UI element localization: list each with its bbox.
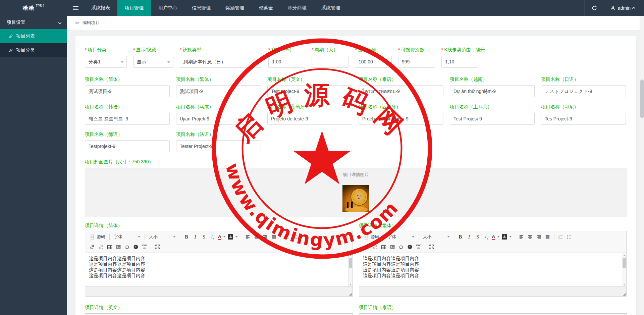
- italic-button[interactable]: I: [191, 233, 200, 241]
- source-button[interactable]: 源码: [88, 233, 107, 241]
- text-field[interactable]: Test project-9: [267, 85, 352, 97]
- font-family-select[interactable]: 字体: [112, 233, 143, 241]
- align-right-button[interactable]: [535, 233, 543, 241]
- remove-format-button[interactable]: Ix: [482, 233, 491, 241]
- text-field[interactable]: Tes Project-9: [541, 113, 626, 125]
- user-menu[interactable]: admin: [604, 0, 644, 16]
- align-left-icon: [519, 234, 524, 240]
- sidebar-item-project-list[interactable]: 项目列表: [0, 29, 67, 43]
- strikethrough-button[interactable]: S: [474, 233, 482, 241]
- text-field[interactable]: โครงการทดสอบ-9: [359, 85, 443, 97]
- text-field[interactable]: Ujian Projek-9: [176, 113, 261, 125]
- bold-button[interactable]: B: [456, 233, 465, 241]
- editor-scrollbar[interactable]: ▲ ▼: [622, 253, 626, 286]
- nav-item[interactable]: 信息管理: [184, 0, 218, 16]
- bg-color-button[interactable]: A: [501, 233, 513, 241]
- select-field[interactable]: 显示: [133, 56, 173, 68]
- text-color-button[interactable]: A: [217, 233, 227, 241]
- nav-item[interactable]: 奖励管理: [218, 0, 252, 16]
- image-button[interactable]: [114, 243, 123, 251]
- flash-button[interactable]: [406, 243, 414, 251]
- text-field[interactable]: Projeto de teste-9: [267, 113, 352, 125]
- scroll-down-icon[interactable]: ▼: [622, 282, 626, 286]
- field-label: *利率（%）: [268, 46, 305, 53]
- bold-button[interactable]: B: [182, 233, 191, 241]
- text-field[interactable]: Testprojekt-9: [85, 140, 170, 152]
- scrollbar-thumb[interactable]: [349, 258, 352, 268]
- align-right-button[interactable]: [261, 233, 269, 241]
- page-scrollbar-thumb[interactable]: [640, 80, 644, 118]
- special-char-button[interactable]: Ω: [123, 243, 131, 251]
- bg-color-button[interactable]: A: [227, 233, 239, 241]
- bullet-list-button[interactable]: [291, 233, 300, 241]
- editor-content[interactable]: 这是项目内容这是项目内容这是项目内容这是项目内容这是项目内容这是项目内容这是项目…: [85, 253, 353, 286]
- select-field[interactable]: 分类1: [85, 56, 127, 68]
- text-color-button[interactable]: A: [491, 233, 501, 241]
- select-field[interactable]: 到期还本付息（日）: [180, 56, 262, 68]
- unlink-button[interactable]: [97, 243, 105, 251]
- text-field[interactable]: Tester Project-9: [176, 140, 261, 152]
- text-field[interactable]: Prueba del proyecto-9: [359, 113, 443, 125]
- flash-button[interactable]: [131, 243, 140, 251]
- text-field[interactable]: 999: [398, 56, 435, 68]
- resize-grip-icon[interactable]: ◢: [623, 292, 626, 296]
- remove-format-button[interactable]: Ix: [208, 233, 217, 241]
- text-field[interactable]: Test Projesi-9: [450, 113, 535, 125]
- nav-item[interactable]: 系统管理: [314, 0, 347, 16]
- unlink-button[interactable]: [371, 243, 379, 251]
- form-field: *还款类型到期还本付息（日）: [180, 46, 262, 68]
- align-center-button[interactable]: [526, 233, 535, 241]
- page-scrollbar[interactable]: [640, 16, 644, 315]
- text-field[interactable]: [312, 56, 348, 68]
- font-family-select[interactable]: 字体: [386, 233, 417, 241]
- sidebar-item-project-category[interactable]: 项目分类: [0, 43, 67, 57]
- scroll-up-icon[interactable]: ▲: [622, 253, 626, 257]
- text-field[interactable]: 1.00: [268, 56, 305, 68]
- maximize-button[interactable]: [427, 243, 436, 251]
- text-field[interactable]: テストプロジェクト-9: [541, 85, 626, 97]
- editor-scrollbar[interactable]: ▲ ▼: [348, 253, 353, 286]
- italic-button[interactable]: I: [465, 233, 474, 241]
- div-container-button[interactable]: DIV</>: [414, 243, 423, 251]
- align-justify-button[interactable]: [269, 233, 278, 241]
- sidebar-group-project-settings[interactable]: 项目设置: [0, 16, 67, 29]
- align-left-button[interactable]: [517, 233, 526, 241]
- link-button[interactable]: [88, 243, 97, 251]
- refresh-button[interactable]: [584, 0, 604, 16]
- text-field[interactable]: Dự án thử nghiệm-9: [450, 85, 535, 97]
- image-button[interactable]: [388, 243, 397, 251]
- resize-grip-icon[interactable]: ◢: [349, 292, 352, 296]
- link-button[interactable]: [362, 243, 371, 251]
- text-field[interactable]: 100.00: [355, 56, 392, 68]
- align-left-button[interactable]: [243, 233, 252, 241]
- strikethrough-button[interactable]: S: [200, 233, 208, 241]
- source-button[interactable]: 源码: [362, 233, 381, 241]
- table-button[interactable]: [105, 243, 114, 251]
- special-char-button[interactable]: Ω: [397, 243, 406, 251]
- text-field[interactable]: 测试项目-9: [85, 85, 170, 97]
- nav-item[interactable]: 储蓄金: [252, 0, 280, 16]
- align-center-button[interactable]: [252, 233, 261, 241]
- cover-image-thumbnail[interactable]: [342, 185, 369, 212]
- nav-item[interactable]: 项目管理: [117, 0, 151, 16]
- nav-item[interactable]: 用户中心: [151, 0, 184, 16]
- scrollbar-thumb[interactable]: [623, 258, 626, 268]
- numbered-list-button[interactable]: 1 2: [556, 233, 565, 241]
- font-size-select[interactable]: 大小: [421, 233, 452, 241]
- nav-item[interactable]: 积分商城: [280, 0, 314, 16]
- scroll-up-icon[interactable]: ▲: [348, 253, 353, 257]
- align-justify-button[interactable]: [543, 233, 552, 241]
- text-field[interactable]: 測試項目-9: [176, 85, 261, 97]
- scroll-down-icon[interactable]: ▼: [348, 282, 353, 286]
- text-field[interactable]: 테스트 프로젝트 -9: [85, 113, 170, 125]
- numbered-list-button[interactable]: 1 2: [282, 233, 291, 241]
- maximize-button[interactable]: [153, 243, 162, 251]
- font-size-select[interactable]: 大小: [147, 233, 178, 241]
- table-button[interactable]: [379, 243, 388, 251]
- editor-content[interactable]: 這是項目內容這是項目內容這是項目內容這是項目內容這是項目內容這是項目內容這是項目…: [359, 253, 627, 286]
- nav-item[interactable]: 系统报表: [84, 0, 117, 16]
- sidebar-toggle-button[interactable]: [67, 0, 84, 16]
- text-field[interactable]: 1,10: [441, 56, 478, 68]
- div-container-button[interactable]: DIV</>: [140, 243, 149, 251]
- bullet-list-button[interactable]: [565, 233, 574, 241]
